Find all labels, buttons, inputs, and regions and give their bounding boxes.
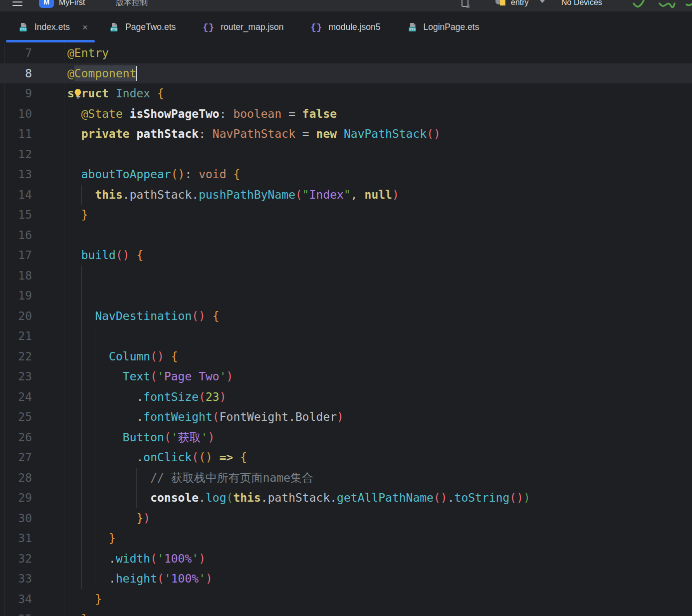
line-number: 15 (0, 205, 64, 225)
line-number: 25 (0, 407, 64, 427)
line-number: 21 (0, 326, 64, 346)
code-line: } (67, 205, 88, 225)
ets-file-icon: ETS (109, 22, 119, 32)
code-line: NavDestination() { (67, 306, 220, 326)
ets-file-icon: ETS (18, 22, 28, 32)
debug-icon[interactable] (659, 0, 676, 9)
device-selector[interactable]: No Devices (561, 0, 602, 11)
code-line: } (67, 589, 102, 610)
intention-bulb-icon[interactable] (73, 88, 83, 100)
main-toolbar: M MyFirst 版本控制 entry No Devices (0, 0, 692, 11)
code-line: build() { (67, 245, 143, 266)
code-line: @Entry (67, 43, 109, 63)
code-line: aboutToAppear(): void { (67, 164, 240, 185)
line-number: 12 (0, 144, 64, 165)
run-config-selector[interactable]: entry (511, 0, 529, 11)
active-tab-indicator (6, 40, 95, 42)
line-number: 35 (0, 609, 64, 616)
code-line: Button('获取') (67, 427, 215, 448)
project-badge[interactable]: M (39, 0, 54, 8)
line-number: 24 (0, 387, 64, 407)
tab-loginpage-ets[interactable]: ETSLoginPage.ets (394, 11, 493, 43)
line-number: 10 (0, 104, 64, 124)
tab-label: module.json5 (328, 22, 380, 32)
code-line: .onClick(() => { (67, 447, 247, 468)
json-file-icon: {} (311, 22, 322, 33)
code-line: this.pathStack.pushPathByName("Index", n… (67, 185, 399, 205)
text-caret (136, 66, 137, 81)
chevron-down-icon (540, 0, 545, 3)
tab-label: router_map.json (221, 22, 283, 32)
tab-label: LoginPage.ets (424, 22, 479, 32)
line-number: 8 (0, 63, 64, 84)
code-line: @Component (67, 63, 136, 84)
line-number: 19 (0, 286, 64, 306)
module-icon (495, 0, 507, 6)
line-number: 26 (0, 427, 64, 448)
svg-text:ETS: ETS (111, 27, 117, 31)
line-number: 7 (0, 43, 64, 63)
tab-pagetwo-ets[interactable]: ETSPageTwo.ets (96, 11, 189, 43)
sync-icon[interactable] (686, 0, 692, 9)
code-line: console.log(this.pathStack.getAllPathNam… (67, 488, 530, 508)
ets-file-icon: ETS (408, 22, 417, 32)
code-line: .fontSize(23) (67, 387, 227, 407)
line-number: 14 (0, 185, 64, 205)
gutter-separator (64, 43, 64, 616)
line-number: 11 (0, 124, 64, 144)
code-line: .height('100%') (67, 569, 213, 589)
tab-module-json5[interactable]: {}module.json5 (297, 11, 394, 43)
close-tab-icon[interactable]: × (82, 22, 88, 32)
line-number: 31 (0, 528, 64, 549)
svg-text:ETS: ETS (409, 27, 415, 31)
editor-tab-bar: ETSIndex.ets×ETSPageTwo.ets{}router_map.… (0, 11, 692, 43)
tab-label: PageTwo.ets (125, 22, 176, 32)
code-line: private pathStack: NavPathStack = new Na… (67, 124, 441, 144)
line-number: 9 (0, 83, 64, 104)
code-line: // 获取栈中所有页面name集合 (67, 468, 313, 488)
code-line: .fontWeight(FontWeight.Bolder) (67, 407, 344, 427)
line-number: 34 (0, 589, 64, 610)
line-number: 22 (0, 346, 64, 367)
device-manager-icon[interactable] (461, 0, 468, 7)
line-number: 23 (0, 366, 64, 387)
code-line: Column() { (67, 346, 178, 367)
tab-router-map-json[interactable]: {}router_map.json (189, 11, 297, 43)
project-name-button[interactable]: MyFirst (59, 0, 85, 11)
line-number: 17 (0, 245, 64, 266)
line-number: 16 (0, 225, 64, 246)
line-number: 28 (0, 468, 64, 488)
line-number: 20 (0, 306, 64, 326)
svg-text:ETS: ETS (20, 27, 26, 31)
main-menu-icon[interactable] (12, 0, 22, 6)
code-line: Text('Page Two') (67, 366, 233, 387)
code-line: } (67, 609, 88, 616)
line-number: 30 (0, 508, 64, 529)
line-number: 27 (0, 447, 64, 468)
line-number: 13 (0, 164, 64, 185)
line-number: 29 (0, 488, 64, 508)
line-number: 33 (0, 569, 64, 589)
json-file-icon: {} (203, 22, 214, 33)
vcs-widget[interactable]: 版本控制 (116, 0, 148, 11)
tab-index-ets[interactable]: ETSIndex.ets× (5, 11, 96, 43)
code-editor[interactable]: 7@Entry8@Component9struct Index {10 @Sta… (0, 43, 692, 616)
line-number: 32 (0, 549, 64, 569)
line-number: 18 (0, 266, 64, 286)
code-line: }) (67, 508, 150, 529)
code-line: } (67, 528, 116, 549)
tab-label: Index.ets (34, 22, 70, 32)
build-icon[interactable] (632, 0, 646, 9)
code-line: .width('100%') (67, 549, 206, 569)
code-line: @State isShowPageTwo: boolean = false (67, 104, 337, 124)
